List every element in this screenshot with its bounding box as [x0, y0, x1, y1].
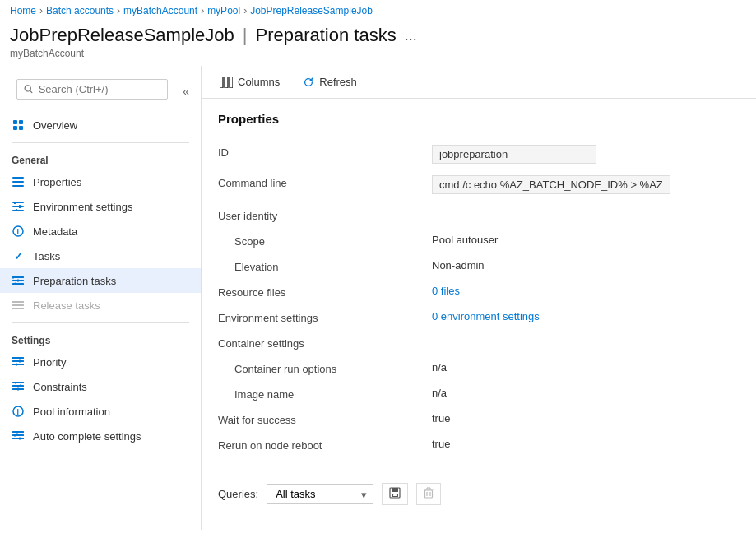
queries-select[interactable]: All tasks Running Completed Failed — [267, 484, 373, 504]
svg-text:i: i — [17, 408, 20, 416]
sidebar-item-properties[interactable]: Properties — [0, 169, 201, 194]
svg-point-0 — [25, 86, 30, 91]
svg-rect-54 — [425, 490, 433, 498]
svg-rect-33 — [12, 385, 24, 387]
svg-rect-29 — [12, 357, 14, 359]
svg-rect-8 — [12, 185, 24, 187]
prop-label-image-name: Image name — [218, 387, 432, 401]
properties-section: Properties ID jobpreparation Command lin… — [202, 99, 756, 518]
sidebar-item-auto-complete[interactable]: Auto complete settings — [0, 424, 201, 448]
svg-rect-20 — [12, 276, 14, 279]
constraints-icon — [12, 380, 25, 393]
svg-rect-24 — [12, 304, 24, 306]
prop-label-env-settings: Environment settings — [218, 310, 432, 324]
sidebar-item-tasks[interactable]: ✓ Tasks — [0, 243, 201, 268]
columns-button[interactable]: Columns — [215, 72, 285, 91]
env-settings-link[interactable]: 0 environment settings — [432, 310, 540, 322]
auto-complete-icon — [12, 429, 25, 443]
svg-rect-53 — [424, 489, 434, 490]
prop-value-elevation: Non-admin — [432, 259, 740, 271]
svg-rect-22 — [15, 283, 16, 285]
sidebar-item-label: Preparation tasks — [33, 275, 116, 287]
svg-rect-13 — [19, 205, 21, 208]
search-box — [16, 79, 168, 100]
breadcrumb-job[interactable]: JobPrepReleaseSampleJob — [250, 5, 373, 16]
svg-rect-48 — [230, 77, 233, 88]
svg-rect-52 — [393, 494, 397, 496]
svg-rect-31 — [16, 364, 17, 366]
page-subtitle-text: Preparation tasks — [255, 25, 396, 46]
svg-rect-35 — [15, 382, 16, 384]
sidebar-item-label: Constraints — [33, 381, 87, 393]
account-subtitle: myBatchAccount — [0, 48, 756, 66]
overview-icon — [12, 118, 25, 132]
sidebar-item-priority[interactable]: Priority — [0, 350, 201, 374]
svg-rect-23 — [12, 301, 24, 303]
prop-row-container-settings: Container settings — [218, 330, 740, 355]
prop-row-scope: Scope Pool autouser — [218, 228, 740, 253]
divider-2 — [12, 322, 189, 323]
prep-tasks-icon — [12, 274, 25, 287]
svg-rect-47 — [225, 77, 228, 88]
prop-value-wait-success: true — [432, 412, 740, 424]
prop-row-container-run: Container run options n/a — [218, 355, 740, 381]
sidebar-item-label: Metadata — [33, 225, 77, 238]
sidebar-item-label: Tasks — [33, 250, 60, 262]
prop-label-id: ID — [218, 145, 432, 159]
sidebar-item-label: Priority — [33, 356, 66, 369]
title-separator: | — [243, 25, 248, 46]
svg-rect-43 — [16, 431, 18, 434]
prop-label-user-identity: User identity — [218, 208, 432, 222]
svg-rect-17 — [12, 276, 24, 278]
search-input[interactable] — [39, 83, 161, 95]
svg-rect-10 — [12, 206, 24, 207]
general-section-label: General — [0, 148, 201, 169]
refresh-icon — [303, 77, 314, 88]
id-value-box: jobpreparation — [432, 145, 596, 164]
sidebar-item-pool-info[interactable]: i Pool information — [0, 399, 201, 424]
resource-files-link[interactable]: 0 files — [432, 285, 460, 297]
collapse-button[interactable]: « — [179, 85, 192, 98]
breadcrumb-home[interactable]: Home — [10, 5, 36, 16]
main-layout: « Overview General — [0, 66, 756, 530]
sidebar: « Overview General — [0, 66, 202, 530]
breadcrumb-pool[interactable]: myPool — [207, 5, 240, 16]
svg-rect-6 — [12, 177, 24, 179]
svg-rect-7 — [12, 181, 24, 183]
sidebar-item-overview[interactable]: Overview — [0, 113, 201, 137]
sidebar-item-label: Environment settings — [33, 201, 132, 213]
save-query-button[interactable] — [382, 483, 408, 505]
delete-icon — [424, 487, 434, 499]
sidebar-item-label: Release tasks — [33, 299, 100, 312]
prop-value-resource-files: 0 files — [432, 285, 740, 297]
prop-value-rerun: true — [432, 438, 740, 450]
prop-row-resource-files: Resource files 0 files — [218, 279, 740, 304]
prop-value-scope: Pool autouser — [432, 234, 740, 246]
svg-rect-50 — [392, 488, 398, 492]
breadcrumb-account[interactable]: myBatchAccount — [123, 5, 197, 16]
svg-rect-30 — [19, 360, 21, 363]
metadata-icon: i — [12, 225, 25, 238]
tasks-icon: ✓ — [12, 249, 25, 262]
prop-label-cmdline: Command line — [218, 175, 432, 189]
svg-rect-45 — [19, 438, 21, 440]
sidebar-item-env-settings[interactable]: Environment settings — [0, 194, 201, 219]
sidebar-item-label: Auto complete settings — [33, 430, 141, 443]
refresh-button[interactable]: Refresh — [298, 72, 362, 91]
svg-rect-2 — [13, 120, 17, 124]
svg-rect-28 — [12, 364, 24, 365]
svg-line-1 — [30, 90, 33, 93]
more-options-button[interactable]: ... — [405, 27, 417, 44]
sidebar-item-metadata[interactable]: i Metadata — [0, 219, 201, 243]
delete-query-button[interactable] — [416, 483, 441, 505]
prop-value-id: jobpreparation — [432, 145, 740, 164]
sidebar-item-constraints[interactable]: Constraints — [0, 374, 201, 399]
breadcrumb-batch-accounts[interactable]: Batch accounts — [46, 5, 114, 16]
sidebar-item-prep-tasks[interactable]: Preparation tasks — [0, 268, 201, 293]
cmdline-value-box: cmd /c echo %AZ_BATCH_NODE_ID% > %AZ — [432, 175, 670, 194]
props-divider — [218, 471, 740, 471]
svg-rect-21 — [17, 280, 19, 282]
svg-rect-12 — [14, 202, 16, 204]
svg-rect-36 — [20, 385, 21, 387]
columns-icon — [220, 77, 233, 88]
